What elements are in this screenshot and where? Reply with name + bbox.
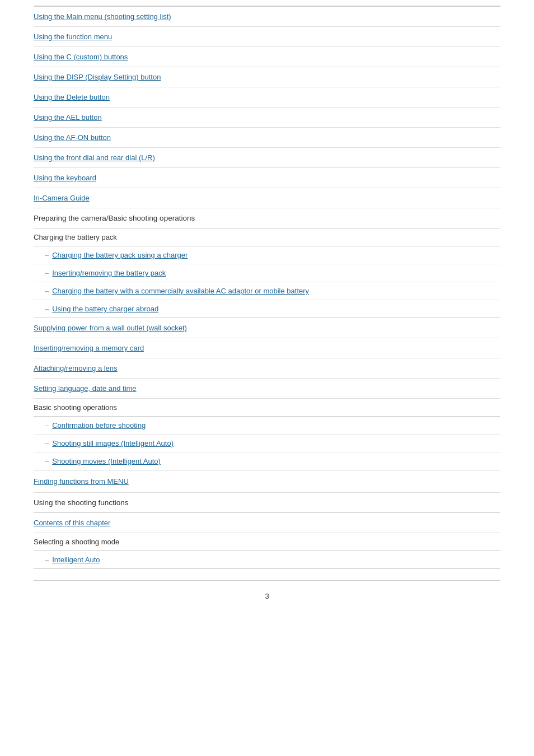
toc-item-c-buttons: Using the C (custom) buttons [34, 47, 500, 67]
dash-icon: – [45, 457, 49, 465]
toc-item-disp-button: Using the DISP (Display Setting) button [34, 67, 500, 87]
link-attaching-lens[interactable]: Attaching/removing a lens [34, 364, 118, 372]
link-in-camera-guide[interactable]: In-Camera Guide [34, 194, 90, 202]
link-finding-functions[interactable]: Finding functions from MENU [34, 477, 129, 486]
link-commercially-available[interactable]: Charging the battery with a commercially… [52, 287, 309, 295]
page-container: Using the Main menu (shooting setting li… [0, 0, 534, 756]
toc-item-function-menu: Using the function menu [34, 27, 500, 47]
section-preparing: Preparing the camera/Basic shooting oper… [34, 208, 500, 228]
link-function-menu[interactable]: Using the function menu [34, 32, 112, 41]
toc-item-finding-functions: Finding functions from MENU [34, 470, 500, 493]
toc-item-in-camera-guide: In-Camera Guide [34, 188, 500, 208]
link-inserting-removing[interactable]: Inserting/removing the battery pack [52, 269, 166, 277]
selecting-mode-links-group: – Intelligent Auto [34, 551, 500, 569]
link-keyboard[interactable]: Using the keyboard [34, 174, 96, 182]
subsection-charging: Charging the battery pack [34, 228, 500, 246]
link-confirmation[interactable]: Confirmation before shooting [52, 421, 146, 430]
link-af-on-button[interactable]: Using the AF-ON button [34, 133, 111, 142]
link-intelligent-auto[interactable]: Intelligent Auto [52, 556, 100, 564]
link-supplying-power[interactable]: Supplying power from a wall outlet (wall… [34, 324, 187, 332]
link-using-charger[interactable]: Charging the battery pack using a charge… [52, 251, 188, 259]
indent-item-battery-abroad: – Using the battery charger abroad [34, 300, 500, 318]
toc-item-ael-button: Using the AEL button [34, 108, 500, 128]
section-using-shooting: Using the shooting functions [34, 493, 500, 513]
toc-item-front-rear-dial: Using the front dial and rear dial (L/R) [34, 148, 500, 168]
link-battery-abroad[interactable]: Using the battery charger abroad [52, 305, 158, 313]
dash-icon: – [45, 269, 49, 277]
toc-item-keyboard: Using the keyboard [34, 168, 500, 188]
indent-item-confirmation: – Confirmation before shooting [34, 417, 500, 435]
toc-item-delete-button: Using the Delete button [34, 87, 500, 108]
link-c-buttons[interactable]: Using the C (custom) buttons [34, 53, 128, 61]
link-inserting-memory[interactable]: Inserting/removing a memory card [34, 344, 144, 352]
toc-item-af-on-button: Using the AF-ON button [34, 128, 500, 148]
toc-item-attaching-lens: Attaching/removing a lens [34, 358, 500, 379]
basic-shooting-links-group: – Confirmation before shooting – Shootin… [34, 417, 500, 470]
link-disp-button[interactable]: Using the DISP (Display Setting) button [34, 73, 161, 81]
dash-icon: – [45, 251, 49, 259]
toc-item-inserting-memory: Inserting/removing a memory card [34, 338, 500, 358]
toc-item-setting-language: Setting language, date and time [34, 379, 500, 399]
content-area: Using the Main menu (shooting setting li… [0, 0, 534, 634]
link-main-menu[interactable]: Using the Main menu (shooting setting li… [34, 12, 171, 21]
dash-icon: – [45, 305, 49, 313]
indent-item-intelligent-auto: – Intelligent Auto [34, 551, 500, 568]
link-movies[interactable]: Shooting movies (Intelligent Auto) [52, 457, 161, 465]
dash-icon: – [45, 287, 49, 295]
indent-item-inserting-removing: – Inserting/removing the battery pack [34, 264, 500, 282]
link-ael-button[interactable]: Using the AEL button [34, 113, 102, 122]
dash-icon: – [45, 439, 49, 447]
toc-item-main-menu: Using the Main menu (shooting setting li… [34, 7, 500, 27]
toc-item-supplying-power: Supplying power from a wall outlet (wall… [34, 318, 500, 338]
link-delete-button[interactable]: Using the Delete button [34, 93, 110, 101]
page-number: 3 [34, 580, 500, 612]
indent-item-movies: – Shooting movies (Intelligent Auto) [34, 452, 500, 470]
indent-item-still-images: – Shooting still images (Intelligent Aut… [34, 435, 500, 452]
subsection-basic-shooting: Basic shooting operations [34, 399, 500, 417]
link-front-rear-dial[interactable]: Using the front dial and rear dial (L/R) [34, 153, 155, 162]
indent-item-using-charger: – Charging the battery pack using a char… [34, 246, 500, 264]
toc-item-contents-chapter: Contents of this chapter [34, 513, 500, 533]
link-contents-chapter[interactable]: Contents of this chapter [34, 519, 110, 527]
link-still-images[interactable]: Shooting still images (Intelligent Auto) [52, 439, 174, 447]
link-setting-language[interactable]: Setting language, date and time [34, 384, 137, 393]
dash-icon: – [45, 421, 49, 430]
subsection-selecting-mode: Selecting a shooting mode [34, 533, 500, 551]
indent-item-commercially-available: – Charging the battery with a commercial… [34, 282, 500, 300]
dash-icon: – [45, 556, 49, 564]
charging-links-group: – Charging the battery pack using a char… [34, 246, 500, 318]
